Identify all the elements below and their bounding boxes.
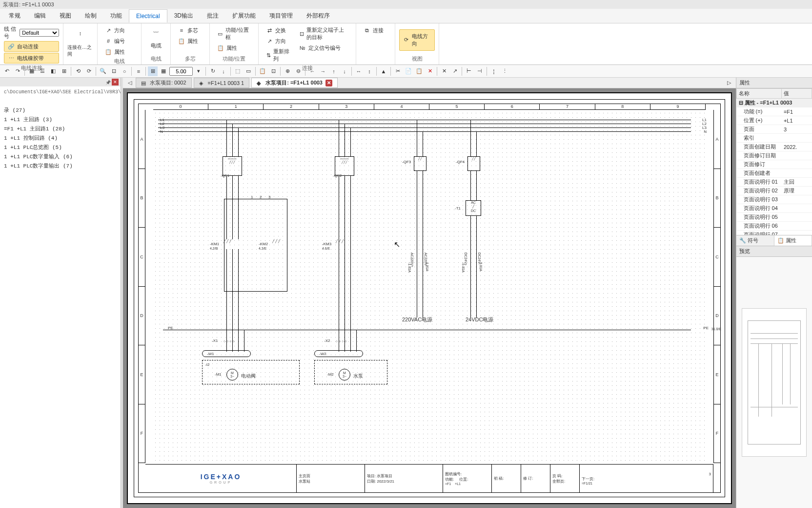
tb-btn-1[interactable]: ▦ xyxy=(27,66,37,76)
folder-label[interactable]: 录 (27) xyxy=(2,106,119,115)
document-tab[interactable]: ◈水泵项目: =F1+L1 0003✕ xyxy=(251,78,338,88)
redo-button[interactable]: ↷ xyxy=(13,66,22,76)
tabs-next-button[interactable]: ▷ xyxy=(724,79,734,87)
property-row[interactable]: 页面说明行 02原理 xyxy=(737,187,812,195)
tb-btn-17[interactable]: ⊖ xyxy=(293,66,303,76)
property-row[interactable]: 索引 xyxy=(737,134,812,143)
menu-外部程序[interactable]: 外部程序 xyxy=(300,9,337,23)
menu-功能[interactable]: 功能 xyxy=(103,9,129,23)
direction2-button[interactable]: ↗方向 xyxy=(263,36,293,46)
tb-btn-12[interactable]: ⬚ xyxy=(233,66,243,76)
menu-批注[interactable]: 批注 xyxy=(200,9,225,23)
tb-btn-28[interactable]: ✕ xyxy=(439,66,449,76)
property-row[interactable]: 页面3 xyxy=(737,125,812,134)
wire-rubber-button[interactable]: ⋯电线橡胶带 xyxy=(4,53,59,64)
signal-default-select[interactable]: Default xyxy=(20,29,59,37)
multicore-button[interactable]: ≡多芯 xyxy=(175,25,201,35)
define-signal-button[interactable]: №定义信号编号 xyxy=(296,43,352,53)
tree-item[interactable]: 1 +L1 控制回路 (4) xyxy=(2,133,119,143)
property-row[interactable]: 页面说明行 07 xyxy=(737,231,812,235)
menu-扩展功能[interactable]: 扩展功能 xyxy=(225,9,263,23)
paste-button[interactable]: 📋 xyxy=(414,66,424,76)
tb-btn-2[interactable]: ☰ xyxy=(38,66,47,76)
rearrange-button[interactable]: ⇅重新排列 xyxy=(263,47,293,64)
number-button[interactable]: #编号 xyxy=(102,36,128,46)
direction-button[interactable]: ↗方向 xyxy=(102,25,128,35)
property-row[interactable]: 页面修订 xyxy=(737,160,812,169)
tb-btn-30[interactable]: ⊢ xyxy=(464,66,474,76)
copy-button[interactable]: 📄 xyxy=(404,66,413,76)
tree-item[interactable]: 1 +L1 PLC数字量输入 (6) xyxy=(2,152,119,161)
func-attr-button[interactable]: 📋属性 xyxy=(214,43,254,53)
zoom-out-button[interactable]: ○ xyxy=(120,66,129,76)
property-row[interactable]: 页面说明行 01主回 xyxy=(737,178,812,187)
menu-常规[interactable]: 常规 xyxy=(2,9,27,23)
func-loc-button[interactable]: ▭功能/位置框 xyxy=(214,25,254,42)
tab-close-button[interactable]: ✕ xyxy=(325,80,332,86)
tab-attributes[interactable]: 📋属性 xyxy=(774,235,812,246)
property-row[interactable]: 页面说明行 05 xyxy=(737,213,812,222)
tb-btn-32[interactable]: ¦ xyxy=(489,66,499,76)
redefine-terminal-button[interactable]: ⊡重新定义端子上的目标 xyxy=(296,25,352,42)
property-row[interactable]: 页面创建日期2022. xyxy=(737,143,812,151)
delete-button[interactable]: ✕ xyxy=(425,66,435,76)
tabs-prev-button[interactable]: ◁ xyxy=(125,79,135,87)
tb-btn-14[interactable]: 📋 xyxy=(258,66,267,76)
property-row[interactable]: 页面说明行 03 xyxy=(737,195,812,204)
connect-button[interactable]: ⧉连接 xyxy=(360,25,386,35)
auto-connect-button[interactable]: 🔗自动连接 xyxy=(4,41,59,52)
tb-btn-13[interactable]: ▭ xyxy=(244,66,253,76)
tb-btn-15[interactable]: ⊡ xyxy=(268,66,278,76)
tree-item[interactable]: 1 +L1 PLC数字量输出 (7) xyxy=(2,161,119,170)
tb-btn-22[interactable]: ↔ xyxy=(354,66,364,76)
property-row[interactable]: 页面修订日期 xyxy=(737,151,812,160)
attributes-button[interactable]: 📋属性 xyxy=(102,47,128,57)
tab-symbol[interactable]: 🔧符号 xyxy=(736,235,774,246)
menu-视图[interactable]: 视图 xyxy=(53,9,78,23)
multicore-attr-button[interactable]: 📋属性 xyxy=(175,36,201,46)
cut-button[interactable]: ✂ xyxy=(393,66,403,76)
tb-btn-18[interactable]: ← xyxy=(307,66,317,76)
property-row[interactable]: 功能 (=)=F1 xyxy=(737,107,812,116)
tb-btn-31[interactable]: ⊣ xyxy=(475,66,485,76)
menu-编辑[interactable]: 编辑 xyxy=(27,9,53,23)
tb-btn-20[interactable]: ↑ xyxy=(329,66,339,76)
menu-3d输出[interactable]: 3D输出 xyxy=(167,9,200,23)
close-panel-button[interactable]: ✕ xyxy=(112,79,119,85)
connect-between-icon[interactable]: ↕ xyxy=(73,25,88,41)
zoom-in-button[interactable]: 🔍 xyxy=(98,66,108,76)
select-button[interactable]: ▲ xyxy=(379,66,388,76)
tb-btn-4[interactable]: ⊞ xyxy=(59,66,69,76)
properties-table[interactable]: 名称值 ⊟ 属性 - =F1+L1 0003 功能 (=)=F1 位置 (+)+… xyxy=(736,88,812,235)
cable-icon[interactable]: 〰 xyxy=(149,25,163,39)
tb-btn-11[interactable]: ↓ xyxy=(219,66,228,76)
tb-btn-16[interactable]: ⊕ xyxy=(283,66,292,76)
exchange-button[interactable]: ⇄交换 xyxy=(263,25,293,35)
property-row[interactable]: 页面说明行 06 xyxy=(737,222,812,231)
canvas-area[interactable]: 0123456789 ABCDEF ABCDEF L1 L2 L xyxy=(123,88,736,508)
menu-绘制[interactable]: 绘制 xyxy=(78,9,103,23)
menu-项目管理[interactable]: 项目管理 xyxy=(263,9,300,23)
layer-button[interactable]: ≡ xyxy=(134,66,143,76)
dropdown-icon[interactable]: ▾ xyxy=(194,66,203,76)
property-row[interactable]: 页面创建者 xyxy=(737,169,812,178)
zoom-fit-button[interactable]: ⊡ xyxy=(109,66,119,76)
property-row[interactable]: 位置 (+)+L1 xyxy=(737,116,812,125)
tb-btn-6[interactable]: ⟳ xyxy=(84,66,94,76)
wire-direction-button[interactable]: ⟳电线方向 xyxy=(399,29,435,51)
tb-btn-3[interactable]: ◧ xyxy=(48,66,58,76)
tb-btn-21[interactable]: ↓ xyxy=(340,66,349,76)
grid-button[interactable]: ▦ xyxy=(159,66,168,76)
menu-electrical[interactable]: Electrical xyxy=(129,9,167,22)
pin-icon[interactable] xyxy=(105,79,111,85)
tb-btn-23[interactable]: ↕ xyxy=(365,66,374,76)
tree-item[interactable]: =F1 +L1 主回路1 (28) xyxy=(2,124,119,133)
tb-btn-10[interactable]: ↻ xyxy=(208,66,218,76)
tb-btn-19[interactable]: → xyxy=(318,66,328,76)
document-tab[interactable]: ◈=F1+L1 0003 1 xyxy=(194,78,250,88)
tb-btn-5[interactable]: ⟲ xyxy=(73,66,83,76)
grid-snap-button[interactable]: ⊞ xyxy=(148,66,158,76)
grid-size-input[interactable] xyxy=(169,67,193,76)
tb-btn-29[interactable]: ↗ xyxy=(450,66,460,76)
document-tab[interactable]: ▤水泵项目: 0002 xyxy=(136,78,192,88)
